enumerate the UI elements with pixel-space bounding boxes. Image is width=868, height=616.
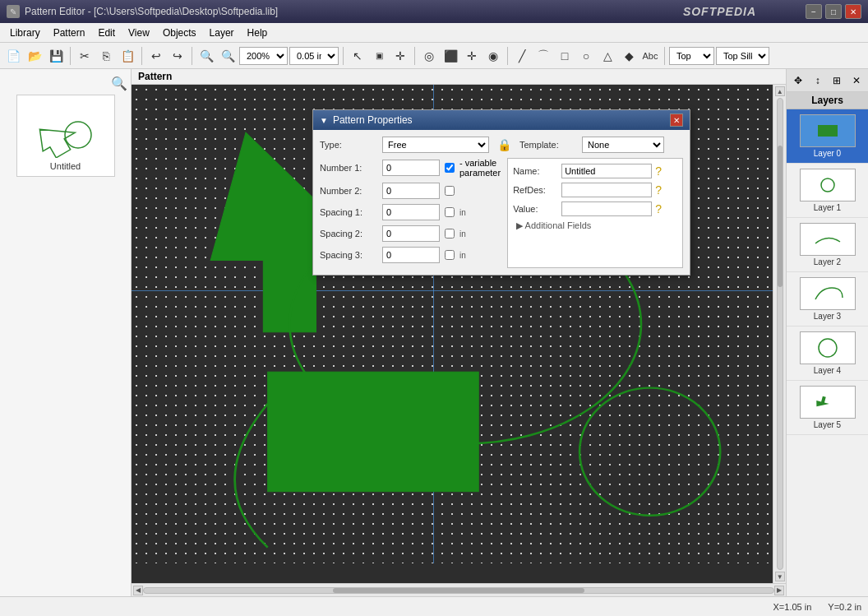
layer-item-4[interactable]: Layer 4 [787, 327, 868, 381]
zoom-out-button[interactable]: 🔍 [196, 46, 216, 66]
cross-tool[interactable]: ✛ [390, 46, 410, 66]
v-scroll-track[interactable] [777, 98, 783, 570]
dialog-close-button[interactable]: ✕ [670, 113, 683, 127]
target-pad[interactable]: ◉ [483, 46, 503, 66]
name-help-icon[interactable]: ? [655, 164, 662, 178]
layer2-dropdown[interactable]: Top Silk Bottom Silk [716, 47, 769, 65]
circle-pad[interactable]: ◎ [419, 46, 439, 66]
canvas-header: Pattern [132, 69, 786, 85]
fill-tool[interactable]: ◆ [619, 46, 639, 66]
number2-checkbox[interactable] [445, 186, 455, 196]
maximize-button[interactable]: □ [825, 4, 842, 19]
snap-dropdown[interactable]: 0.05 in 0.1 in [289, 47, 339, 65]
separator1 [70, 47, 71, 65]
layer-item-5[interactable]: Layer 5 [787, 381, 868, 435]
spacing2-unit: in [459, 229, 466, 239]
value-input[interactable] [561, 201, 652, 216]
spacing1-checkbox[interactable] [445, 207, 455, 217]
scroll-down-arrow[interactable]: ▼ [775, 572, 785, 581]
canvas-content[interactable]: ▼ Pattern Properties ✕ Type: Free [132, 85, 773, 563]
scroll-up-arrow[interactable]: ▲ [775, 86, 785, 96]
cut-button[interactable]: ✂ [75, 46, 95, 66]
text-tool[interactable]: Abc [640, 46, 660, 66]
right-panel: ✥ ↕ ⊞ ✕ Layers Layer 0 Layer [786, 69, 868, 596]
menu-layer[interactable]: Layer [203, 25, 241, 40]
layer-4-svg [811, 336, 844, 360]
additional-fields-button[interactable]: ▶ Additional Fields [513, 220, 677, 231]
menu-help[interactable]: Help [241, 25, 275, 40]
close-button[interactable]: ✕ [845, 4, 861, 19]
menu-objects[interactable]: Objects [156, 25, 203, 40]
poly-tool[interactable]: △ [598, 46, 617, 66]
zoom-dropdown[interactable]: 200% 100% 50% [239, 47, 288, 65]
scroll-left-arrow[interactable]: ◀ [133, 586, 143, 595]
layer-item-3[interactable]: Layer 3 [787, 272, 868, 327]
pad-tool[interactable]: ▣ [369, 46, 389, 66]
paste-button[interactable]: 📋 [118, 46, 137, 66]
rect-pad[interactable]: ⬛ [441, 46, 460, 66]
h-scroll-thumb[interactable] [333, 588, 584, 593]
number2-input[interactable] [382, 183, 440, 199]
spacing1-input[interactable] [382, 204, 440, 220]
refdes-label: RefDes: [513, 185, 558, 195]
canvas-with-scroll: Pattern [132, 69, 786, 596]
menu-pattern[interactable]: Pattern [47, 25, 92, 40]
undo-button[interactable]: ↩ [146, 46, 166, 66]
layer-0-indicator [818, 125, 838, 137]
spacing2-input[interactable] [382, 225, 440, 242]
layer-2-label: Layer 2 [814, 257, 841, 266]
copy-button[interactable]: ⎘ [96, 46, 116, 66]
redo-button[interactable]: ↪ [168, 46, 187, 66]
zoom-in-button[interactable]: 🔍 [218, 46, 238, 66]
search-icon[interactable]: 🔍 [111, 76, 127, 91]
menu-view[interactable]: View [122, 25, 156, 40]
layer-4-label: Layer 4 [814, 366, 841, 375]
layer-4-preview [800, 331, 856, 364]
component-svg [33, 100, 99, 158]
template-select[interactable]: None [582, 137, 664, 153]
type-select[interactable]: Free [382, 137, 489, 153]
open-button[interactable]: 📂 [25, 46, 44, 66]
refdes-input[interactable] [561, 183, 652, 197]
dialog-title-bar[interactable]: ▼ Pattern Properties ✕ [313, 110, 690, 130]
number1-input[interactable] [382, 160, 440, 176]
spacing3-checkbox[interactable] [445, 250, 455, 260]
spacing3-input[interactable] [382, 247, 440, 263]
layers-up-icon[interactable]: ↕ [810, 72, 826, 89]
layer-item-0[interactable]: Layer 0 [787, 109, 868, 164]
scroll-right-arrow[interactable]: ▶ [774, 586, 784, 595]
canvas-h-scrollbar[interactable]: ◀ ▶ [132, 583, 786, 596]
number1-checkbox[interactable] [445, 163, 455, 173]
layers-move-icon[interactable]: ✥ [790, 72, 806, 89]
component-label: Untitled [50, 161, 81, 171]
v-scroll-thumb[interactable] [778, 146, 783, 287]
canvas-wrapper: Pattern [132, 69, 868, 596]
refdes-help-icon[interactable]: ? [655, 183, 662, 197]
menu-library[interactable]: Library [3, 25, 47, 40]
oval-tool[interactable]: ○ [576, 46, 596, 66]
layer-item-1[interactable]: Layer 1 [787, 164, 868, 218]
number2-label: Number 2: [320, 186, 377, 196]
pattern-properties-dialog: ▼ Pattern Properties ✕ Type: Free [312, 109, 690, 276]
value-help-icon[interactable]: ? [655, 202, 662, 215]
layer-dropdown[interactable]: Top Bottom [669, 47, 714, 65]
new-button[interactable]: 📄 [3, 46, 23, 66]
name-input[interactable] [561, 164, 652, 178]
lock-icon: 🔒 [497, 138, 511, 151]
menu-edit[interactable]: Edit [91, 25, 122, 40]
rect-tool[interactable]: □ [555, 46, 575, 66]
line-tool[interactable]: ╱ [512, 46, 532, 66]
minimize-button[interactable]: − [806, 4, 822, 19]
y-coordinate: Y=0.2 in [828, 602, 861, 612]
toolbar: 📄 📂 💾 ✂ ⎘ 📋 ↩ ↪ 🔍 🔍 200% 100% 50% 0.05 i… [0, 43, 868, 69]
save-button[interactable]: 💾 [46, 46, 66, 66]
layers-expand-icon[interactable]: ⊞ [829, 72, 846, 89]
plus-pad[interactable]: ✛ [462, 46, 482, 66]
select-tool[interactable]: ↖ [348, 46, 367, 66]
arc-tool[interactable]: ⌒ [533, 46, 553, 66]
spacing2-checkbox[interactable] [445, 229, 455, 239]
canvas-v-scrollbar[interactable]: ▲ ▼ [773, 85, 786, 583]
h-scroll-track[interactable] [143, 587, 774, 594]
layer-item-2[interactable]: Layer 2 [787, 218, 868, 272]
layers-close-icon[interactable]: ✕ [848, 72, 865, 89]
